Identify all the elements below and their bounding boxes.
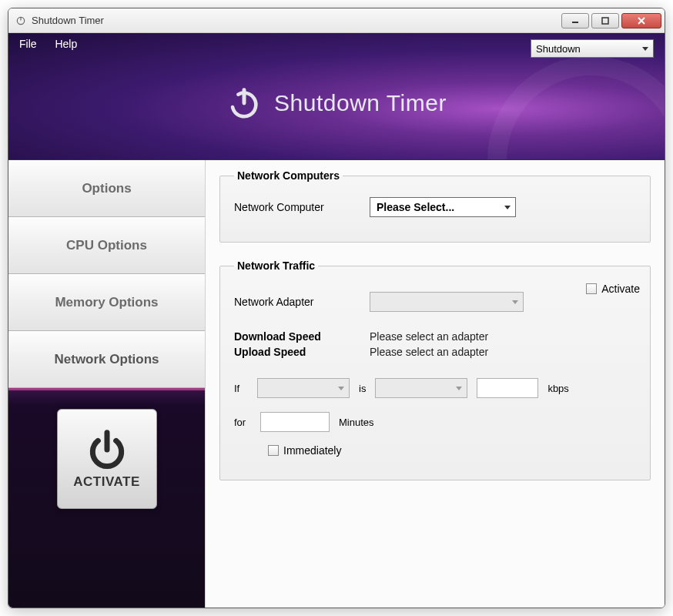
network-adapter-label: Network Adapter bbox=[234, 296, 357, 308]
power-icon bbox=[85, 428, 129, 471]
activate-checkbox[interactable]: Activate bbox=[586, 283, 640, 295]
chevron-down-icon bbox=[642, 47, 648, 51]
tab-network-options[interactable]: Network Options bbox=[8, 331, 205, 388]
tab-options[interactable]: Options bbox=[8, 160, 205, 217]
is-label: is bbox=[359, 383, 366, 394]
tab-memory-options[interactable]: Memory Options bbox=[8, 274, 205, 331]
sidebar: Options CPU Options Memory Options Netwo… bbox=[8, 160, 205, 608]
tab-label: Memory Options bbox=[55, 295, 158, 310]
download-speed-value: Please select an adapter bbox=[370, 330, 488, 343]
chevron-down-icon bbox=[504, 206, 511, 209]
upload-speed-value: Please select an adapter bbox=[370, 346, 488, 358]
banner-center: Shutdown Timer bbox=[8, 85, 665, 121]
download-speed-label: Download Speed bbox=[234, 330, 357, 343]
tab-cpu-options[interactable]: CPU Options bbox=[8, 217, 205, 274]
select-value: Please Select... bbox=[377, 201, 454, 213]
duration-input[interactable] bbox=[260, 412, 330, 432]
banner-title: Shutdown Timer bbox=[274, 90, 447, 116]
close-button[interactable] bbox=[621, 13, 661, 28]
power-icon bbox=[226, 85, 262, 121]
checkbox-label: Immediately bbox=[283, 444, 341, 457]
condition-comparator-select[interactable] bbox=[375, 378, 467, 398]
content: Options CPU Options Memory Options Netwo… bbox=[8, 160, 665, 608]
activate-label: ACTIVATE bbox=[73, 474, 139, 490]
minutes-label: Minutes bbox=[339, 417, 374, 428]
for-label: for bbox=[234, 417, 251, 428]
tab-label: CPU Options bbox=[66, 238, 147, 253]
activate-button[interactable]: ACTIVATE bbox=[57, 409, 157, 509]
action-select-value: Shutdown bbox=[536, 43, 581, 55]
window-title: Shutdown Timer bbox=[32, 15, 104, 26]
app-icon bbox=[15, 15, 27, 27]
network-computer-select[interactable]: Please Select... bbox=[370, 197, 516, 217]
app-window: Shutdown Timer File Help Shutdown bbox=[8, 8, 665, 608]
checkbox-label: Activate bbox=[601, 283, 640, 295]
condition-value-input[interactable] bbox=[477, 378, 538, 398]
sidebar-bottom: ACTIVATE bbox=[8, 388, 205, 608]
menu-file[interactable]: File bbox=[19, 38, 37, 50]
if-label: If bbox=[234, 383, 248, 394]
group-legend: Network Computers bbox=[234, 169, 343, 182]
network-computer-label: Network Computer bbox=[234, 201, 357, 213]
condition-metric-select[interactable] bbox=[257, 378, 350, 398]
chevron-down-icon bbox=[338, 387, 344, 390]
tab-label: Options bbox=[82, 181, 131, 196]
upload-speed-label: Upload Speed bbox=[234, 346, 357, 358]
checkbox-box bbox=[586, 283, 597, 294]
checkbox-box bbox=[268, 445, 279, 456]
svg-rect-3 bbox=[602, 18, 608, 24]
network-adapter-select[interactable] bbox=[370, 292, 524, 312]
kbps-label: kbps bbox=[547, 383, 568, 394]
minimize-button[interactable] bbox=[561, 13, 589, 28]
group-legend: Network Traffic bbox=[234, 259, 318, 272]
action-select[interactable]: Shutdown bbox=[531, 39, 654, 58]
maximize-button[interactable] bbox=[591, 13, 619, 28]
menu-bar: File Help bbox=[19, 38, 92, 50]
banner: File Help Shutdown Shutdown Timer bbox=[8, 33, 665, 160]
title-bar: Shutdown Timer bbox=[8, 8, 665, 33]
chevron-down-icon bbox=[512, 300, 518, 304]
network-computers-group: Network Computers Network Computer Pleas… bbox=[219, 169, 651, 243]
menu-help[interactable]: Help bbox=[55, 38, 77, 50]
immediately-checkbox[interactable]: Immediately bbox=[268, 444, 341, 457]
chevron-down-icon bbox=[456, 387, 462, 390]
main-panel: Network Computers Network Computer Pleas… bbox=[205, 160, 665, 608]
tab-label: Network Options bbox=[54, 352, 159, 367]
network-traffic-group: Network Traffic Activate Network Adapter bbox=[219, 259, 651, 480]
